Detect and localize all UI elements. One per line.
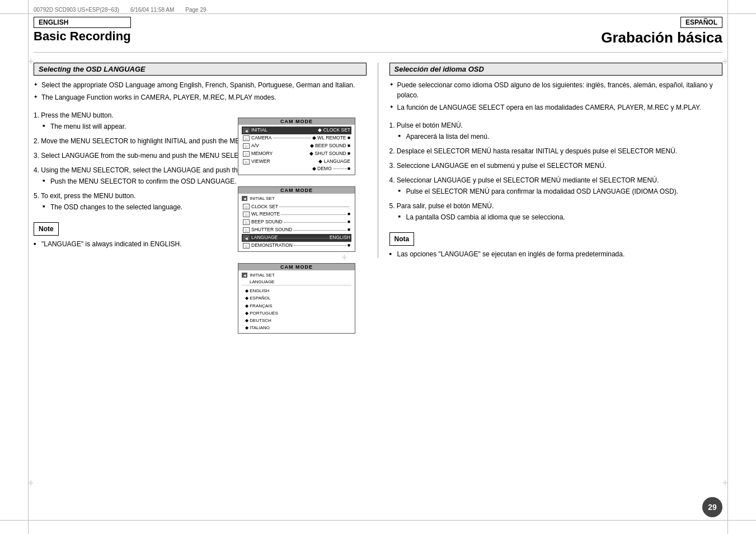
label2-shutter: SHUTTER SOUND [251, 227, 292, 233]
val2-language: ENGLISH [330, 235, 350, 241]
diagram2-sel-icon: ◀ [242, 196, 247, 201]
label2-demo: DEMONSTRATION [251, 242, 293, 249]
step2-num: 2. [34, 137, 39, 145]
icon-av: □ [243, 143, 250, 149]
rstep3-num: 3. [389, 162, 395, 170]
label2-clockset: CLOCK SET [251, 204, 278, 210]
step1-text: Press the MENU button. [41, 111, 113, 119]
right-intro-bullets: Puede seleccionar como idioma OSD alguno… [389, 80, 723, 113]
page-number-badge: 29 [702, 497, 722, 517]
diagram-1: CAM MODE ◀ INITIAL ◆ CLOCK SET □ CAMERA … [238, 118, 355, 175]
label2-wlremote: WL REMOTE [251, 211, 280, 218]
right-step-5: 5. Para salir, pulse el botón MENÚ. La p… [389, 201, 723, 222]
rstep1-num: 1. [389, 121, 395, 129]
diagram1-body: ◀ INITIAL ◆ CLOCK SET □ CAMERA ◆ WL REMO… [238, 125, 355, 175]
right-page-title: Grabación básica [601, 29, 722, 46]
icon-initial: ◀ [243, 128, 250, 133]
diagrams-container: CAM MODE ◀ INITIAL ◆ CLOCK SET □ CAMERA … [235, 112, 358, 339]
icon2-clockset: □ [243, 204, 250, 209]
step4-num: 4. [34, 166, 39, 174]
diagram1-row-memory: □ MEMORY ◆ SHUT SOUND ■ [242, 150, 351, 158]
right-header: ESPAÑOL Grabación básica [601, 17, 722, 46]
diagram3-row-francais: ◆ FRANÇAIS [242, 302, 351, 310]
rstep5-sub-1: La pantalla OSD cambia al idioma que se … [398, 212, 723, 222]
left-section-heading: Selecting the OSD LANGUAGE [34, 63, 367, 76]
value-demo: ◆ DEMO ···········■ [312, 166, 350, 172]
main-content: Selecting the OSD LANGUAGE Select the ap… [34, 63, 722, 258]
left-header: ENGLISH Basic Recording [34, 17, 131, 44]
left-page-title: Basic Recording [34, 29, 131, 44]
diagram3-row-deutsch: ◆ DEUTSCH [242, 317, 351, 324]
right-column: Selección del idioma OSD Puede seleccion… [378, 63, 723, 258]
icon2-shutter: □ [243, 227, 250, 233]
diagram1-row-demo: ◆ DEMO ···········■ [242, 165, 351, 173]
left-note-label: Note [34, 222, 59, 236]
rstep1-text: Pulse el botón MENÚ. [397, 121, 463, 129]
right-text-content: Selección del idioma OSD Puede seleccion… [389, 63, 723, 258]
diagram3-row-english: ◆ ENGLISH [242, 287, 351, 294]
val2-shutter: ■ [348, 227, 350, 233]
val2-demo: ■ [348, 242, 350, 249]
value-initial: ◆ CLOCK SET [318, 127, 350, 134]
diagram2-row-clockset: □ CLOCK SET [242, 203, 351, 211]
rstep2-num: 2. [389, 147, 395, 155]
diagram2-row-shutter: □ SHUTTER SOUND ■ [242, 226, 351, 234]
right-intro-2: La función de LANGUAGE SELECT opera en l… [389, 102, 723, 113]
rstep5-num: 5. [389, 202, 395, 210]
right-section-heading: Selección del idioma OSD [389, 63, 723, 76]
diagram3-row-italiano: ◆ ITALIANO [242, 324, 351, 331]
diagram3-sel-icon: ◀ [242, 273, 247, 278]
diagram3-body: ◀ INITIAL SET LANGUAGE ◆ ENGLISH ◆ ESPAÑ… [238, 270, 355, 334]
step3-num: 3. [34, 152, 39, 160]
icon-camera: □ [243, 135, 250, 141]
label-memory: MEMORY [251, 151, 273, 157]
val2-beep: ■ [348, 219, 350, 226]
right-step-3: 3. Seleccione LANGUAGE en el submenú y p… [389, 161, 723, 171]
label2-language: LANGUAGE [251, 235, 278, 241]
rstep5-subs: La pantalla OSD cambia al idioma que se … [389, 212, 723, 222]
header-row: ENGLISH Basic Recording ESPAÑOL Grabació… [34, 17, 722, 46]
espanol-badge: ESPAÑOL [680, 17, 722, 28]
icon-viewer: □ [243, 159, 250, 165]
right-intro-1: Puede seleccionar como idioma OSD alguno… [389, 80, 723, 100]
label-camera: CAMERA [251, 135, 271, 142]
rstep4-text: Seleccionar LANGUAGE y pulse el SELECTOR… [397, 176, 659, 184]
icon2-beep: □ [243, 219, 250, 225]
right-note-text: Las opciones "LANGUAGE" se ejecutan en i… [389, 250, 723, 258]
diagram1-row-av: □ A/V ◆ BEEP SOUND ■ [242, 142, 351, 150]
diagram2-row-demo: □ DEMONSTRATION ■ [242, 242, 351, 250]
diagram-2: CAM MODE ◀ INITIAL SET □ CLOCK SET □ WL … [238, 186, 355, 252]
value-camera: ◆ WL REMOTE ■ [312, 135, 350, 142]
rstep1-sub-1: Aparecerá la lista del menú. [398, 132, 723, 142]
left-intro-2: The Language Function works in CAMERA, P… [34, 92, 367, 102]
header-divider [34, 52, 722, 53]
label-av: A/V [251, 143, 259, 149]
label2-beep: BEEP SOUND [251, 219, 283, 226]
rstep2-text: Desplace el SELECTOR MENÚ hasta resaltar… [397, 147, 677, 155]
diagram2-subheader: ◀ INITIAL SET [242, 195, 351, 202]
left-intro-bullets: Select the appropriate OSD Language amon… [34, 80, 367, 102]
left-intro-1: Select the appropriate OSD Language amon… [34, 80, 367, 90]
diagram3-row-portugues: ◆ PORTUGUÉS [242, 310, 351, 317]
page-number: 29 [708, 503, 717, 512]
label-viewer: VIEWER [251, 158, 270, 165]
diagram-3: CAM MODE ◀ INITIAL SET LANGUAGE ◆ ENGLIS… [238, 263, 355, 334]
icon2-language: ◀ [243, 235, 250, 241]
rstep5-text: Para salir, pulse el botón MENÚ. [397, 202, 494, 210]
diagram3-subheader2: LANGUAGE [242, 279, 351, 285]
diagram2-header: CAM MODE [238, 187, 355, 194]
diagram1-header: CAM MODE [238, 118, 355, 125]
step5-text: To exit, press the MENU button. [41, 192, 135, 200]
icon-memory: □ [243, 151, 250, 157]
rstep4-subs: Pulse el SELECTOR MENÚ para confirmar la… [389, 186, 723, 196]
diagram1-row-viewer: □ VIEWER ◆ LANGUAGE [242, 158, 351, 166]
diagram2-row-beep: □ BEEP SOUND ■ [242, 218, 351, 226]
rstep4-num: 4. [389, 176, 395, 184]
value-av: ◆ BEEP SOUND ■ [310, 143, 350, 149]
diagram2-row-language: ◀ LANGUAGE ENGLISH [242, 234, 351, 242]
step1-num: 1. [34, 111, 39, 119]
diagram1-row-initial: ◀ INITIAL ◆ CLOCK SET [242, 127, 351, 134]
right-note-label: Nota [389, 232, 415, 246]
icon2-demo: □ [243, 243, 250, 249]
right-step-2: 2. Desplace el SELECTOR MENÚ hasta resal… [389, 146, 723, 156]
